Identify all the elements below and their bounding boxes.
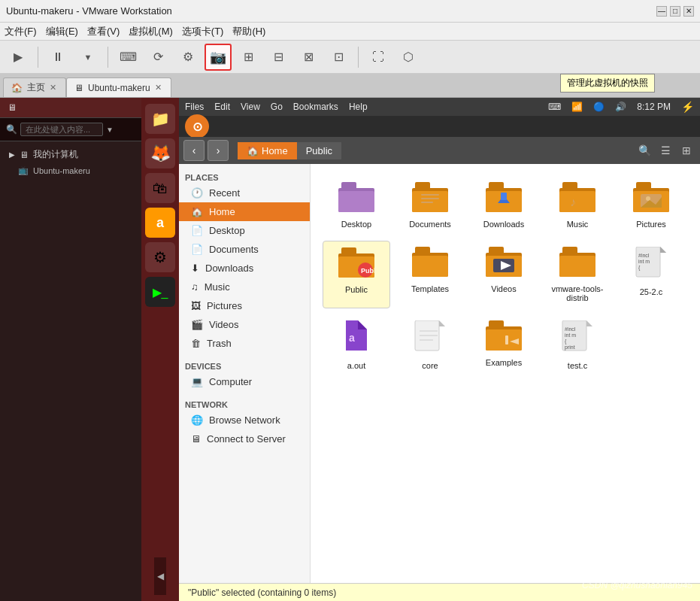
ubuntu-tab-close[interactable]: ✕ <box>155 83 162 93</box>
toolbar-view2-btn[interactable]: ⊟ <box>265 44 292 71</box>
svg-rect-39 <box>562 247 577 256</box>
tree-ubuntu-makeru[interactable]: 📺 Ubuntu-makeru <box>0 163 141 178</box>
menu-edit[interactable]: 编辑(E) <box>46 25 78 38</box>
fm-menu-view[interactable]: View <box>241 102 260 112</box>
documents-label: Documents <box>409 220 451 229</box>
tab-home[interactable]: 🏠 主页 ✕ <box>3 77 66 97</box>
recent-icon: 🕐 <box>191 187 203 199</box>
breadcrumb-home-label: Home <box>262 145 288 156</box>
dock-settings[interactable]: ⚙ <box>145 242 175 272</box>
tree-my-computer[interactable]: ▶ 🖥 我的计算机 <box>0 146 141 163</box>
file-item-downloads[interactable]: Downloads <box>470 176 538 235</box>
file-item-core[interactable]: core <box>396 314 464 376</box>
file-item-documents[interactable]: Documents <box>396 176 464 235</box>
dock-expand-arrow[interactable]: ◀ <box>154 557 166 595</box>
downloads-label: Downloads <box>483 220 524 229</box>
toolbar-fullscreen-btn[interactable]: ⛶ <box>365 44 392 71</box>
sidebar-item-desktop[interactable]: 📄 Desktop <box>179 221 310 240</box>
sidebar-item-pictures[interactable]: 🖼 Pictures <box>179 296 310 315</box>
fm-back-button[interactable]: ‹ <box>183 140 205 161</box>
file-item-videos[interactable]: Videos <box>470 241 538 308</box>
sidebar-item-computer[interactable]: 💻 Computer <box>179 372 310 391</box>
dock-amazon[interactable]: a <box>145 208 175 238</box>
sidebar-section-devices: Devices <box>179 359 310 372</box>
sidebar-item-downloads[interactable]: ⬇ Downloads <box>179 259 310 278</box>
window-controls[interactable]: — □ ✕ <box>656 6 694 17</box>
fm-menu-button[interactable]: ☰ <box>656 141 674 159</box>
toolbar-separator-1 <box>38 47 38 68</box>
svg-text:Public: Public <box>361 267 374 275</box>
svg-marker-42 <box>660 247 666 253</box>
toolbar-view4-btn[interactable]: ⊡ <box>325 44 352 71</box>
examples-folder-icon <box>486 320 522 355</box>
menu-tabs[interactable]: 选项卡(T) <box>182 25 224 38</box>
toolbar-view3-btn[interactable]: ⊠ <box>295 44 322 71</box>
toolbar-pause-button[interactable]: ⏸ <box>44 44 71 71</box>
svg-text:int m: int m <box>565 332 576 338</box>
maximize-button[interactable]: □ <box>670 6 680 17</box>
menu-help[interactable]: 帮助(H) <box>232 25 265 38</box>
snapshot-tooltip: 管理此虚拟机的快照 <box>560 74 655 93</box>
file-item-desktop[interactable]: Desktop <box>323 176 390 235</box>
file-item-public[interactable]: Public Public <box>323 241 390 308</box>
ubuntu-logo[interactable]: ⊙ <box>185 114 209 138</box>
toolbar-settings-btn[interactable]: ⚙ <box>174 44 202 71</box>
menu-file[interactable]: 文件(F) <box>5 25 37 38</box>
file-item-testc[interactable]: #incl int m { print test.c <box>544 314 611 376</box>
home-tab-close[interactable]: ✕ <box>50 83 56 93</box>
file-item-vmware-tools[interactable]: vmware-tools-distrib <box>544 241 611 308</box>
vmware-search-input[interactable] <box>20 123 103 136</box>
desktop-label: Desktop <box>341 220 371 229</box>
sidebar-item-videos[interactable]: 🎬 Videos <box>179 315 310 334</box>
power-icon[interactable]: ⚡ <box>681 101 694 113</box>
dock-files[interactable]: 📁 <box>145 104 175 134</box>
file-item-pictures[interactable]: Pictures <box>617 176 685 235</box>
fm-grid-view-button[interactable]: ⊞ <box>677 141 695 159</box>
toolbar-send-ctrlaltdel[interactable]: ⌨ <box>114 44 141 71</box>
search-dropdown-icon[interactable]: ▼ <box>106 126 114 134</box>
fm-menu-go[interactable]: Go <box>271 102 283 112</box>
fm-search-button[interactable]: 🔍 <box>635 141 653 159</box>
file-item-music[interactable]: ♪ Music <box>544 176 611 235</box>
svg-rect-20 <box>636 182 651 191</box>
menu-view[interactable]: 查看(V) <box>87 25 120 38</box>
menu-vm[interactable]: 虚拟机(M) <box>129 25 173 38</box>
fm-menu-files[interactable]: Files <box>185 102 204 112</box>
sidebar-music-label: Music <box>205 281 230 293</box>
tab-ubuntu[interactable]: 🖥 Ubuntu-makeru ✕ <box>66 77 171 97</box>
toolbar-exit-btn[interactable]: ⬡ <box>395 44 422 71</box>
toolbar-connect-btn[interactable]: ⟳ <box>144 44 171 71</box>
toolbar-power-button[interactable]: ▶ <box>5 44 32 71</box>
toolbar-view1-btn[interactable]: ⊞ <box>235 44 262 71</box>
ubuntu-logo-symbol: ⊙ <box>192 120 202 134</box>
file-item-aout[interactable]: a a.out <box>323 314 390 376</box>
fm-menu-help[interactable]: Help <box>349 102 368 112</box>
file-item-templates[interactable]: Templates <box>396 241 464 308</box>
sidebar-item-recent[interactable]: 🕐 Recent <box>179 184 310 202</box>
sidebar-item-connect-server[interactable]: 🖥 Connect to Server <box>179 430 310 448</box>
breadcrumb-home[interactable]: 🏠 Home <box>238 142 297 159</box>
sidebar-item-music[interactable]: ♫ Music <box>179 278 310 296</box>
sidebar-item-trash[interactable]: 🗑 Trash <box>179 334 310 353</box>
breadcrumb-public[interactable]: Public <box>297 142 341 159</box>
close-button[interactable]: ✕ <box>683 6 694 17</box>
dock-terminal[interactable]: ▶_ <box>145 277 175 307</box>
toolbar-snapshot-button[interactable]: 📷 <box>205 44 232 71</box>
sidebar-item-home[interactable]: 🏠 Home <box>179 202 310 221</box>
fm-menu-bookmarks[interactable]: Bookmarks <box>293 102 338 112</box>
fm-forward-button[interactable]: › <box>208 140 229 161</box>
toolbar-dropdown-button[interactable]: ▼ <box>74 44 102 71</box>
dock-software-center[interactable]: 🛍 <box>145 173 175 203</box>
sidebar-item-documents[interactable]: 📄 Documents <box>179 240 310 259</box>
file-item-25-2c[interactable]: #incl int m { 25-2.c <box>617 241 685 308</box>
fm-menu-edit[interactable]: Edit <box>214 102 230 112</box>
svg-text:print: print <box>565 345 575 351</box>
dock-firefox[interactable]: 🦊 <box>145 138 175 168</box>
templates-folder-icon <box>412 247 448 281</box>
aout-label: a.out <box>347 361 365 370</box>
sidebar-item-browse-network[interactable]: 🌐 Browse Network <box>179 411 310 430</box>
sidebar-browse-network-label: Browse Network <box>209 414 280 426</box>
file-item-examples[interactable]: Examples <box>470 314 538 376</box>
minimize-button[interactable]: — <box>656 6 667 17</box>
downloads-icon: ⬇ <box>191 263 199 274</box>
